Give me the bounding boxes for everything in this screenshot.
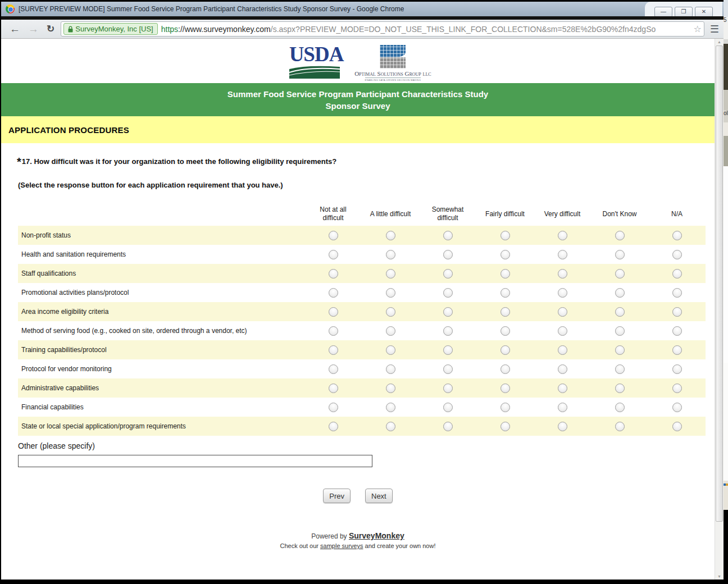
forward-icon[interactable]: → [28, 24, 39, 34]
radio-button[interactable] [558, 384, 567, 393]
radio-button[interactable] [501, 403, 510, 412]
radio-button[interactable] [501, 231, 510, 240]
radio-button[interactable] [672, 231, 682, 240]
radio-button[interactable] [615, 288, 625, 298]
radio-button[interactable] [443, 231, 453, 240]
radio-button[interactable] [386, 384, 395, 393]
other-specify-input[interactable] [18, 455, 372, 467]
radio-button[interactable] [386, 364, 395, 374]
radio-button[interactable] [615, 231, 625, 240]
radio-button[interactable] [443, 326, 453, 336]
radio-button[interactable] [672, 422, 682, 431]
radio-button[interactable] [615, 326, 625, 336]
radio-button[interactable] [672, 345, 682, 355]
radio-button[interactable] [558, 403, 567, 412]
matrix-cell [534, 231, 591, 240]
url-text[interactable]: https://www.surveymonkey.com/s.aspx?PREV… [161, 25, 691, 34]
bookmark-star-icon[interactable]: ☆ [694, 24, 702, 34]
radio-button[interactable] [615, 364, 625, 374]
radio-button[interactable] [672, 403, 682, 412]
radio-button[interactable] [329, 288, 338, 298]
radio-button[interactable] [615, 345, 625, 355]
scrollbar-thumb[interactable] [716, 45, 723, 522]
radio-button[interactable] [558, 345, 567, 355]
radio-button[interactable] [501, 250, 510, 259]
radio-button[interactable] [615, 403, 625, 412]
radio-button[interactable] [443, 403, 453, 412]
ev-certificate-badge[interactable]: SurveyMonkey, Inc [US] [63, 23, 157, 35]
radio-button[interactable] [386, 250, 395, 259]
radio-button[interactable] [558, 364, 567, 374]
page-scrollbar[interactable]: ▲ ▼ [715, 39, 724, 580]
radio-button[interactable] [672, 326, 682, 336]
radio-button[interactable] [558, 250, 567, 259]
radio-button[interactable] [443, 384, 453, 393]
radio-button[interactable] [443, 422, 453, 431]
radio-button[interactable] [501, 326, 510, 336]
radio-button[interactable] [443, 250, 453, 259]
minimize-button-icon[interactable]: — [654, 7, 672, 17]
chrome-menu-icon[interactable]: ☰ [710, 23, 719, 35]
radio-button[interactable] [329, 231, 338, 240]
radio-button[interactable] [501, 288, 510, 298]
radio-button[interactable] [329, 307, 338, 317]
surveymonkey-link[interactable]: SurveyMonkey [349, 531, 404, 540]
radio-button[interactable] [386, 326, 395, 336]
radio-button[interactable] [329, 422, 338, 431]
radio-button[interactable] [501, 384, 510, 393]
radio-button[interactable] [329, 326, 338, 336]
radio-button[interactable] [386, 345, 395, 355]
radio-button[interactable] [329, 269, 338, 279]
address-bar[interactable]: SurveyMonkey, Inc [US] https://www.surve… [61, 21, 704, 36]
radio-button[interactable] [386, 422, 395, 431]
radio-button[interactable] [615, 422, 625, 431]
radio-button[interactable] [558, 288, 567, 298]
radio-button[interactable] [672, 384, 682, 393]
radio-button[interactable] [558, 307, 567, 317]
reload-icon[interactable]: ↻ [47, 24, 54, 34]
radio-button[interactable] [443, 307, 453, 317]
radio-button[interactable] [329, 384, 338, 393]
back-icon[interactable]: ← [10, 24, 20, 34]
radio-button[interactable] [501, 307, 510, 317]
scroll-up-icon[interactable]: ▲ [715, 40, 724, 44]
radio-button[interactable] [672, 250, 682, 259]
scroll-down-icon[interactable]: ▼ [715, 574, 724, 578]
radio-button[interactable] [329, 345, 338, 355]
radio-button[interactable] [558, 422, 567, 431]
matrix-cell [534, 326, 591, 336]
radio-button[interactable] [615, 250, 625, 259]
radio-button[interactable] [672, 269, 682, 279]
radio-button[interactable] [501, 269, 510, 279]
radio-button[interactable] [672, 364, 682, 374]
radio-button[interactable] [615, 384, 625, 393]
radio-button[interactable] [386, 307, 395, 317]
radio-button[interactable] [443, 364, 453, 374]
radio-button[interactable] [443, 269, 453, 279]
radio-button[interactable] [386, 231, 395, 240]
radio-button[interactable] [615, 307, 625, 317]
radio-button[interactable] [501, 422, 510, 431]
radio-button[interactable] [386, 288, 395, 298]
radio-button[interactable] [672, 288, 682, 298]
matrix-cell [648, 384, 706, 393]
radio-button[interactable] [558, 269, 567, 279]
radio-button[interactable] [329, 364, 338, 374]
radio-button[interactable] [501, 364, 510, 374]
restore-button-icon[interactable]: ❐ [675, 7, 693, 17]
radio-button[interactable] [558, 326, 567, 336]
prev-button[interactable]: Prev [323, 489, 351, 503]
sample-surveys-link[interactable]: sample surveys [320, 542, 363, 549]
radio-button[interactable] [443, 288, 453, 298]
radio-button[interactable] [615, 269, 625, 279]
radio-button[interactable] [558, 231, 567, 240]
radio-button[interactable] [386, 269, 395, 279]
radio-button[interactable] [386, 403, 395, 412]
radio-button[interactable] [329, 250, 338, 259]
radio-button[interactable] [672, 307, 682, 317]
close-button-icon[interactable]: ✕ [695, 7, 713, 17]
radio-button[interactable] [329, 403, 338, 412]
radio-button[interactable] [443, 345, 453, 355]
next-button[interactable]: Next [365, 489, 393, 503]
radio-button[interactable] [501, 345, 510, 355]
